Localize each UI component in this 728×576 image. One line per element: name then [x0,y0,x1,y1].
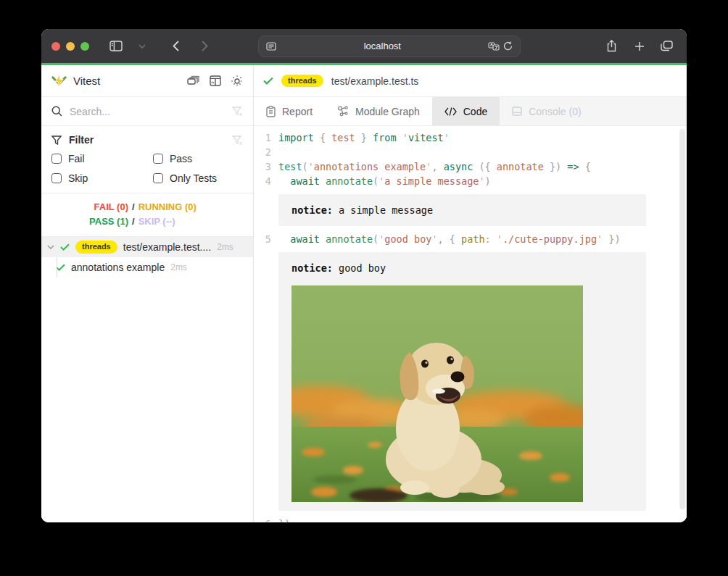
back-icon[interactable] [166,37,185,56]
cute-puppy-photo [291,285,583,502]
pass-check-icon [263,77,273,85]
checkbox-box[interactable] [153,154,163,164]
test-file-name: test/example.test.... [123,241,211,253]
annotation-attachment-image[interactable] [291,285,583,502]
stats-separator: / [128,214,138,229]
tab-label: Console (0) [529,106,581,117]
reload-icon[interactable] [501,37,514,56]
filter-label: Filter [69,134,94,146]
code-line: 2 [254,145,687,159]
test-case-row[interactable]: annotations example 2ms [41,257,253,277]
line-number: 5 [254,232,271,246]
checkbox-label: Only Tests [170,172,217,184]
line-number: 4 [254,174,271,188]
test-duration: 2ms [217,242,233,252]
clear-filter-icon[interactable] [232,135,243,145]
checkbox-fail[interactable]: Fail [51,153,153,164]
checkbox-pass[interactable]: Pass [153,153,243,164]
skip-count: SKIP (--) [138,214,175,229]
line-number: 2 [254,145,271,159]
traffic-lights [51,42,89,51]
tab-report[interactable]: Report [254,97,325,125]
forward-icon[interactable] [195,37,214,56]
file-header: threads test/example.test.ts [254,65,687,97]
pool-badge: threads [75,241,117,253]
annotation-notice: notice: a simple message [278,194,646,226]
checkbox-only-tests[interactable]: Only Tests [153,172,243,184]
tab-overview-icon[interactable] [658,37,677,56]
code-text: await annotate('a simple message') [278,174,491,188]
tab-module-graph[interactable]: Module Graph [325,97,432,125]
theme-toggle-icon[interactable] [231,75,243,87]
tab-label: Report [282,106,313,117]
tab-label: Code [463,106,487,117]
code-icon [444,107,457,116]
checkbox-label: Skip [68,172,88,184]
code-text: import { test } from 'vitest' [278,130,450,145]
report-icon [266,106,276,117]
line-number: 1 [254,130,271,145]
annotation-type-label: notice: [291,204,333,216]
browser-toolbar: localhost [41,29,687,63]
line-number: 3 [254,159,271,174]
code-text: await annotate('good boy', { path: './cu… [278,232,621,246]
translate-icon[interactable] [487,37,501,56]
app-title: Vitest [73,75,100,87]
tab-label: Module Graph [355,106,420,117]
tab-console[interactable]: Console (0) [500,97,593,125]
address-bar[interactable]: localhost [258,36,521,57]
collapse-tests-icon[interactable] [187,75,199,87]
test-file-row[interactable]: threads test/example.test.... 2ms [41,237,253,257]
pool-badge: threads [281,75,323,87]
line-number: 6 [254,517,271,522]
tab-code[interactable]: Code [432,97,500,125]
vertical-scrollbar[interactable] [679,129,685,509]
sidebar-toggle-icon[interactable] [107,37,125,56]
checkbox-box[interactable] [51,173,62,183]
minimize-window-button[interactable] [66,42,75,51]
browser-window: localhost [41,29,687,522]
vitest-logo-icon [51,74,67,88]
share-icon[interactable] [603,37,621,56]
code-line: 4 await annotate('a simple message') [254,174,687,188]
clear-search-filter-icon[interactable] [232,107,243,116]
search-icon [51,106,62,117]
checkbox-label: Pass [170,153,192,164]
tree-guide-line [57,257,57,277]
code-viewer[interactable]: 1import { test } from 'vitest'23test('an… [254,126,687,522]
stats-separator: / [128,200,138,214]
annotation-message: good boy [333,262,386,274]
tab-bar-filler: Console (0) [500,97,687,125]
fail-count: FAIL (0) [41,200,128,214]
module-graph-icon [337,106,349,117]
test-stats: FAIL (0) / RUNNING (0) PASS (1) / SKIP (… [41,193,253,237]
search-input[interactable] [70,106,225,117]
filter-section: Filter Fail Pass Skip Only Tests [41,126,253,193]
pass-count: PASS (1) [41,214,128,229]
dashboard-icon[interactable] [210,75,221,87]
sidebar: Vitest [41,65,254,522]
pass-check-icon [60,243,70,251]
url-text: localhost [278,41,487,51]
close-window-button[interactable] [51,42,60,51]
tab-bar: Report Module Graph Code [254,97,687,126]
annotation-message: a simple message [333,204,433,216]
chevron-down-icon[interactable] [133,37,152,56]
checkbox-label: Fail [68,153,85,164]
chevron-down-icon[interactable] [47,245,54,249]
zoom-window-button[interactable] [80,42,89,51]
code-line: 1import { test } from 'vitest' [254,130,687,145]
code-text: test('annotations example', async ({ ann… [278,159,591,174]
code-text: }) [278,517,290,522]
funnel-icon [51,135,62,145]
new-tab-icon[interactable] [630,37,649,56]
code-line: 5 await annotate('good boy', { path: './… [254,232,687,246]
test-duration: 2ms [170,262,187,272]
code-line: 6}) [254,517,687,522]
console-icon [512,107,522,116]
checkbox-skip[interactable]: Skip [51,172,153,184]
checkbox-box[interactable] [51,154,62,164]
checkbox-box[interactable] [153,173,163,183]
reader-icon[interactable] [265,37,278,56]
running-count: RUNNING (0) [138,200,197,214]
